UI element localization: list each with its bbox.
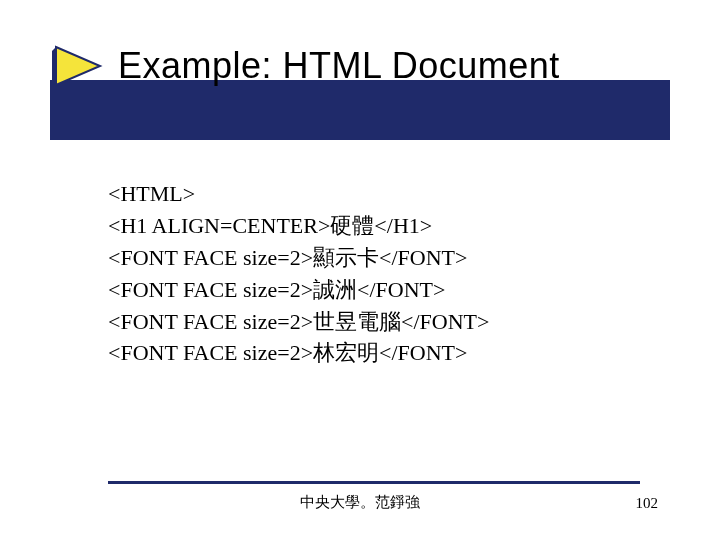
- svg-marker-0: [56, 47, 100, 85]
- code-line: <FONT FACE size=2>顯示卡</FONT>: [108, 242, 640, 274]
- page-number: 102: [636, 495, 659, 512]
- code-line: <FONT FACE size=2>林宏明</FONT>: [108, 337, 640, 369]
- footer-divider: [108, 481, 640, 484]
- slide: Example: HTML Document <HTML> <H1 ALIGN=…: [0, 0, 720, 540]
- footer-center-text: 中央大學。范錚強: [0, 493, 720, 512]
- title-row: Example: HTML Document: [50, 42, 670, 90]
- code-line: <FONT FACE size=2>誠洲</FONT>: [108, 274, 640, 306]
- slide-title: Example: HTML Document: [118, 45, 560, 87]
- code-block: <HTML> <H1 ALIGN=CENTER>硬體</H1> <FONT FA…: [108, 178, 640, 369]
- title-area: Example: HTML Document: [50, 42, 670, 90]
- code-line: <HTML>: [108, 178, 640, 210]
- code-line: <H1 ALIGN=CENTER>硬體</H1>: [108, 210, 640, 242]
- svg-marker-1: [52, 47, 56, 85]
- code-line: <FONT FACE size=2>世昱電腦</FONT>: [108, 306, 640, 338]
- triangle-bullet-icon: [50, 43, 106, 89]
